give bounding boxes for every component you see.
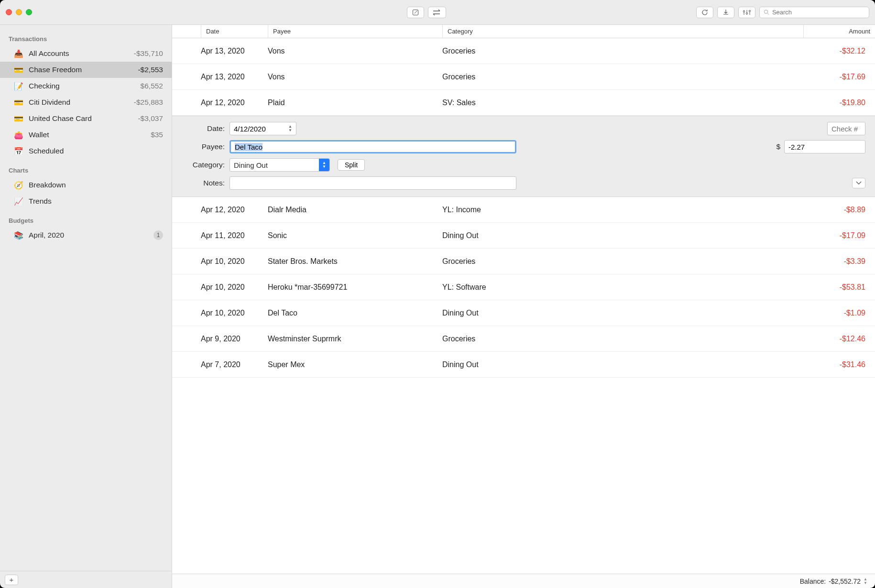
sidebar-item-label: April, 2020	[29, 231, 149, 240]
main-panel: Date Payee Category Amount Apr 13, 2020V…	[172, 25, 636, 427]
sidebar-item-april-2020[interactable]: 📚April, 20201	[0, 227, 172, 243]
sidebar-item-amount: -$2,553	[138, 65, 163, 74]
sidebar-item-amount: -$35,710	[134, 49, 163, 58]
sidebar-item-wallet[interactable]: 👛Wallet$35	[0, 127, 172, 143]
editor-payee-input[interactable]	[235, 143, 511, 151]
transactions-list[interactable]: Apr 13, 2020VonsGroceries-$32.12Apr 13, …	[172, 38, 636, 427]
sidebar-item-icon: 💳	[13, 114, 24, 123]
sidebar-item-label: Trends	[29, 197, 158, 206]
sidebar-item-icon: 💳	[13, 98, 24, 107]
sidebar-item-icon: 📅	[13, 147, 24, 156]
sidebar-item-trends[interactable]: 📈Trends	[0, 193, 172, 209]
tx-category: Dining Out	[442, 231, 636, 240]
sidebar-item-label: Checking	[29, 82, 136, 90]
column-category[interactable]: Category	[442, 25, 636, 38]
editor-date-label: Date:	[182, 124, 225, 133]
column-date[interactable]: Date	[201, 25, 268, 38]
tx-date: Apr 7, 2020	[201, 360, 268, 369]
sidebar-item-label: All Accounts	[29, 49, 129, 58]
transfer-button[interactable]	[428, 7, 446, 18]
tx-payee: Del Taco	[268, 309, 442, 317]
sidebar-section-title: Charts	[0, 159, 172, 177]
tx-category: YL: Income	[442, 206, 636, 214]
sidebar-item-scheduled[interactable]: 📅Scheduled	[0, 143, 172, 159]
transaction-row[interactable]: Apr 13, 2020VonsGroceries-$17.69	[172, 64, 636, 90]
tx-date: Apr 12, 2020	[201, 206, 268, 214]
transaction-row[interactable]: Apr 12, 2020Dialr MediaYL: Income-$8.89	[172, 197, 636, 223]
tx-category: Groceries	[442, 73, 636, 81]
tx-payee: Super Mex	[268, 360, 442, 369]
tx-date: Apr 10, 2020	[201, 309, 268, 317]
tx-payee: Vons	[268, 73, 442, 81]
tx-category: Dining Out	[442, 309, 636, 317]
split-button[interactable]: Split	[338, 159, 365, 171]
editor-notes-input[interactable]	[234, 179, 512, 187]
editor-category-label: Category:	[182, 161, 225, 169]
tx-payee: Stater Bros. Markets	[268, 257, 442, 266]
date-stepper-icon[interactable]: ▲▼	[288, 125, 292, 132]
transaction-row[interactable]: Apr 13, 2020VonsGroceries-$32.12	[172, 38, 636, 64]
sidebar-section-title: Transactions	[0, 28, 172, 45]
editor-notes-label: Notes:	[182, 179, 225, 187]
column-payee[interactable]: Payee	[268, 25, 442, 38]
sidebar-item-citi-dividend[interactable]: 💳Citi Dividend-$25,883	[0, 94, 172, 110]
editor-payee-label: Payee:	[182, 142, 225, 151]
editor-category-value: Dining Out	[234, 161, 268, 169]
transaction-row[interactable]: Apr 11, 2020SonicDining Out-$17.09	[172, 223, 636, 249]
sidebar-item-icon: 📚	[13, 231, 24, 240]
tx-payee: Westminster Suprmrk	[268, 335, 442, 343]
sidebar-item-badge: 1	[153, 230, 163, 240]
tx-date: Apr 9, 2020	[201, 335, 268, 343]
tx-category: Dining Out	[442, 360, 636, 369]
zoom-window-button[interactable]	[26, 9, 32, 15]
tx-payee: Plaid	[268, 98, 442, 107]
tx-date: Apr 11, 2020	[201, 231, 268, 240]
close-window-button[interactable]	[6, 9, 12, 15]
transaction-row[interactable]: Apr 9, 2020Westminster SuprmrkGroceries-…	[172, 326, 636, 352]
sidebar-item-icon: 💳	[13, 65, 24, 75]
transaction-row[interactable]: Apr 10, 2020Stater Bros. MarketsGrocerie…	[172, 249, 636, 274]
sidebar-item-icon: 👛	[13, 131, 24, 140]
editor-date-input[interactable]	[234, 125, 286, 133]
app-window: Transactions📥All Accounts-$35,710💳Chase …	[0, 0, 636, 427]
transaction-row[interactable]: Apr 12, 2020PlaidSV: Sales-$19.80	[172, 90, 636, 116]
sidebar-item-amount: -$25,883	[134, 98, 163, 107]
sidebar-item-label: United Chase Card	[29, 114, 133, 123]
sidebar-item-chase-freedom[interactable]: 💳Chase Freedom-$2,553	[0, 62, 172, 78]
editor-category-select[interactable]: Dining Out▲▼	[230, 158, 330, 172]
sidebar: Transactions📥All Accounts-$35,710💳Chase …	[0, 25, 172, 427]
editor-payee-field[interactable]	[230, 140, 516, 153]
sidebar-section-title: Budgets	[0, 209, 172, 227]
window-controls	[6, 9, 32, 15]
transaction-row[interactable]: Apr 10, 2020Del TacoDining Out-$1.09	[172, 300, 636, 326]
sidebar-item-breakdown[interactable]: 🧭Breakdown	[0, 177, 172, 193]
sidebar-item-all-accounts[interactable]: 📥All Accounts-$35,710	[0, 45, 172, 62]
sidebar-item-label: Scheduled	[29, 147, 158, 155]
tx-payee: Vons	[268, 47, 442, 55]
tx-payee: Heroku *mar-35699721	[268, 283, 442, 292]
tx-date: Apr 13, 2020	[201, 47, 268, 55]
transaction-editor: Date:▲▼Payee:$Category:Dining Out▲▼Split…	[172, 116, 636, 197]
sidebar-item-checking[interactable]: 📝Checking$6,552	[0, 78, 172, 94]
editor-notes-field[interactable]	[230, 176, 516, 190]
toolbar-left-group	[407, 7, 446, 18]
transaction-row[interactable]: Apr 10, 2020Heroku *mar-35699721YL: Soft…	[172, 274, 636, 300]
sidebar-item-label: Chase Freedom	[29, 65, 133, 74]
compose-button[interactable]	[407, 7, 424, 18]
sidebar-item-icon: 📥	[13, 49, 24, 58]
transfer-icon	[432, 9, 442, 16]
sidebar-item-label: Breakdown	[29, 181, 158, 189]
sidebar-item-amount: $35	[151, 131, 163, 139]
tx-category: YL: Software	[442, 283, 636, 292]
sidebar-item-amount: $6,552	[141, 82, 163, 90]
minimize-window-button[interactable]	[16, 9, 22, 15]
compose-icon	[412, 9, 419, 16]
transaction-row[interactable]: Apr 7, 2020Super MexDining Out-$31.46	[172, 352, 636, 378]
sidebar-item-united-chase-card[interactable]: 💳United Chase Card-$3,037	[0, 110, 172, 127]
sidebar-item-icon: 🧭	[13, 181, 24, 190]
tx-date: Apr 13, 2020	[201, 73, 268, 81]
tx-payee: Sonic	[268, 231, 442, 240]
tx-payee: Dialr Media	[268, 206, 442, 214]
tx-category: SV: Sales	[442, 98, 636, 107]
editor-date-field[interactable]: ▲▼	[230, 122, 296, 135]
